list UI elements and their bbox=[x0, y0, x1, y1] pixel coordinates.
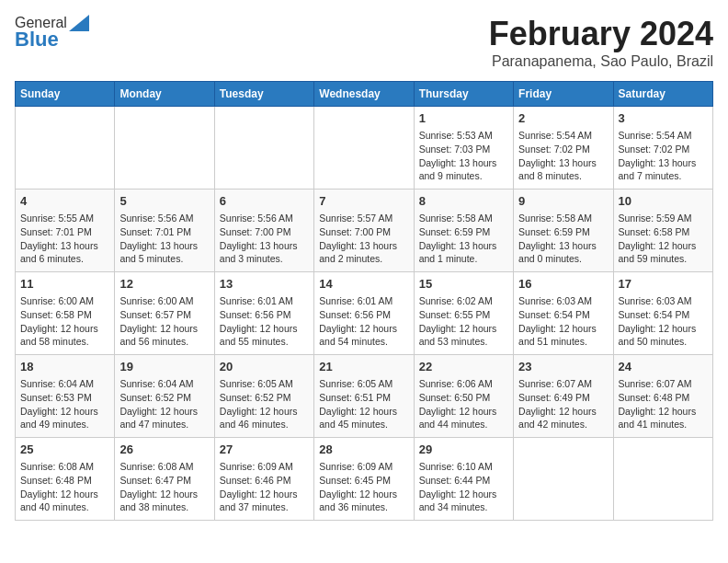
day-number: 18 bbox=[20, 359, 109, 375]
page-subtitle: Paranapanema, Sao Paulo, Brazil bbox=[489, 53, 713, 70]
calendar-day-cell bbox=[16, 107, 115, 190]
weekday-header: Monday bbox=[115, 82, 214, 107]
calendar-day-cell: 8Sunrise: 5:58 AM Sunset: 6:59 PM Daylig… bbox=[414, 190, 513, 272]
calendar-day-cell: 7Sunrise: 5:57 AM Sunset: 7:00 PM Daylig… bbox=[314, 190, 414, 272]
day-detail: Sunrise: 5:55 AM Sunset: 7:01 PM Dayligh… bbox=[20, 212, 109, 266]
day-number: 25 bbox=[20, 442, 109, 458]
calendar-day-cell: 29Sunrise: 6:10 AM Sunset: 6:44 PM Dayli… bbox=[414, 438, 513, 521]
logo-icon bbox=[69, 15, 89, 31]
calendar-day-cell: 17Sunrise: 6:03 AM Sunset: 6:54 PM Dayli… bbox=[613, 272, 712, 355]
day-number: 24 bbox=[619, 359, 708, 375]
weekday-header: Friday bbox=[514, 82, 613, 107]
calendar-day-cell: 10Sunrise: 5:59 AM Sunset: 6:58 PM Dayli… bbox=[613, 190, 712, 272]
calendar-day-cell: 23Sunrise: 6:07 AM Sunset: 6:49 PM Dayli… bbox=[514, 355, 613, 438]
calendar-day-cell bbox=[115, 107, 214, 190]
day-number: 15 bbox=[419, 276, 508, 293]
calendar-day-cell bbox=[314, 107, 414, 190]
day-number: 26 bbox=[119, 442, 209, 458]
calendar-day-cell: 2Sunrise: 5:54 AM Sunset: 7:02 PM Daylig… bbox=[514, 107, 613, 190]
calendar-day-cell: 1Sunrise: 5:53 AM Sunset: 7:03 PM Daylig… bbox=[414, 107, 513, 190]
day-number: 4 bbox=[20, 193, 109, 210]
calendar-day-cell: 25Sunrise: 6:08 AM Sunset: 6:48 PM Dayli… bbox=[16, 438, 115, 521]
day-detail: Sunrise: 5:56 AM Sunset: 7:00 PM Dayligh… bbox=[220, 212, 309, 266]
day-detail: Sunrise: 5:57 AM Sunset: 7:00 PM Dayligh… bbox=[319, 212, 408, 266]
day-detail: Sunrise: 6:05 AM Sunset: 6:52 PM Dayligh… bbox=[220, 377, 309, 431]
day-detail: Sunrise: 6:05 AM Sunset: 6:51 PM Dayligh… bbox=[319, 377, 408, 431]
calendar-day-cell: 21Sunrise: 6:05 AM Sunset: 6:51 PM Dayli… bbox=[314, 355, 414, 438]
day-number: 14 bbox=[319, 276, 408, 293]
calendar-day-cell: 13Sunrise: 6:01 AM Sunset: 6:56 PM Dayli… bbox=[214, 272, 313, 355]
calendar-week-row: 4Sunrise: 5:55 AM Sunset: 7:01 PM Daylig… bbox=[16, 190, 713, 272]
day-number: 28 bbox=[319, 442, 408, 458]
calendar-day-cell: 4Sunrise: 5:55 AM Sunset: 7:01 PM Daylig… bbox=[16, 190, 115, 272]
day-detail: Sunrise: 5:59 AM Sunset: 6:58 PM Dayligh… bbox=[619, 212, 708, 266]
day-number: 2 bbox=[518, 110, 608, 127]
weekday-header: Sunday bbox=[16, 82, 115, 107]
day-number: 19 bbox=[119, 359, 209, 375]
day-detail: Sunrise: 6:00 AM Sunset: 6:58 PM Dayligh… bbox=[20, 294, 109, 349]
calendar-day-cell bbox=[613, 438, 712, 521]
day-detail: Sunrise: 6:03 AM Sunset: 6:54 PM Dayligh… bbox=[518, 294, 608, 349]
day-number: 6 bbox=[220, 193, 309, 210]
day-detail: Sunrise: 6:08 AM Sunset: 6:48 PM Dayligh… bbox=[20, 460, 109, 514]
header-row: SundayMondayTuesdayWednesdayThursdayFrid… bbox=[16, 82, 713, 107]
weekday-header: Thursday bbox=[414, 82, 513, 107]
day-detail: Sunrise: 5:54 AM Sunset: 7:02 PM Dayligh… bbox=[619, 129, 708, 183]
day-number: 16 bbox=[518, 276, 608, 293]
day-number: 17 bbox=[619, 276, 708, 293]
page-header: General Blue February 2024 Paranapanema,… bbox=[15, 15, 713, 70]
weekday-header: Wednesday bbox=[314, 82, 414, 107]
calendar-day-cell: 6Sunrise: 5:56 AM Sunset: 7:00 PM Daylig… bbox=[214, 190, 313, 272]
day-number: 21 bbox=[319, 359, 408, 375]
calendar-day-cell: 20Sunrise: 6:05 AM Sunset: 6:52 PM Dayli… bbox=[214, 355, 313, 438]
title-block: February 2024 Paranapanema, Sao Paulo, B… bbox=[489, 15, 713, 70]
day-detail: Sunrise: 6:01 AM Sunset: 6:56 PM Dayligh… bbox=[319, 294, 408, 349]
day-detail: Sunrise: 5:56 AM Sunset: 7:01 PM Dayligh… bbox=[119, 212, 209, 266]
day-number: 20 bbox=[220, 359, 309, 375]
day-detail: Sunrise: 5:58 AM Sunset: 6:59 PM Dayligh… bbox=[518, 212, 608, 266]
calendar-day-cell bbox=[214, 107, 313, 190]
calendar-week-row: 11Sunrise: 6:00 AM Sunset: 6:58 PM Dayli… bbox=[16, 272, 713, 355]
calendar-day-cell: 3Sunrise: 5:54 AM Sunset: 7:02 PM Daylig… bbox=[613, 107, 712, 190]
day-detail: Sunrise: 5:58 AM Sunset: 6:59 PM Dayligh… bbox=[419, 212, 508, 266]
day-detail: Sunrise: 6:07 AM Sunset: 6:48 PM Dayligh… bbox=[619, 377, 708, 431]
day-detail: Sunrise: 6:09 AM Sunset: 6:45 PM Dayligh… bbox=[319, 460, 408, 514]
page-title: February 2024 bbox=[489, 15, 713, 53]
calendar-day-cell: 9Sunrise: 5:58 AM Sunset: 6:59 PM Daylig… bbox=[514, 190, 613, 272]
calendar-day-cell: 11Sunrise: 6:00 AM Sunset: 6:58 PM Dayli… bbox=[16, 272, 115, 355]
day-number: 22 bbox=[419, 359, 508, 375]
day-number: 10 bbox=[619, 193, 708, 210]
calendar-day-cell: 12Sunrise: 6:00 AM Sunset: 6:57 PM Dayli… bbox=[115, 272, 214, 355]
weekday-header: Tuesday bbox=[214, 82, 313, 107]
svg-marker-0 bbox=[69, 15, 89, 31]
calendar-day-cell: 5Sunrise: 5:56 AM Sunset: 7:01 PM Daylig… bbox=[115, 190, 214, 272]
calendar-day-cell: 27Sunrise: 6:09 AM Sunset: 6:46 PM Dayli… bbox=[214, 438, 313, 521]
day-detail: Sunrise: 6:07 AM Sunset: 6:49 PM Dayligh… bbox=[518, 377, 608, 431]
day-number: 27 bbox=[220, 442, 309, 458]
day-detail: Sunrise: 6:08 AM Sunset: 6:47 PM Dayligh… bbox=[119, 460, 209, 514]
day-detail: Sunrise: 5:53 AM Sunset: 7:03 PM Dayligh… bbox=[419, 129, 508, 183]
calendar-day-cell: 18Sunrise: 6:04 AM Sunset: 6:53 PM Dayli… bbox=[16, 355, 115, 438]
calendar-week-row: 1Sunrise: 5:53 AM Sunset: 7:03 PM Daylig… bbox=[16, 107, 713, 190]
calendar-day-cell: 22Sunrise: 6:06 AM Sunset: 6:50 PM Dayli… bbox=[414, 355, 513, 438]
day-number: 8 bbox=[419, 193, 508, 210]
day-number: 5 bbox=[119, 193, 209, 210]
calendar-day-cell bbox=[514, 438, 613, 521]
calendar-day-cell: 26Sunrise: 6:08 AM Sunset: 6:47 PM Dayli… bbox=[115, 438, 214, 521]
calendar-week-row: 18Sunrise: 6:04 AM Sunset: 6:53 PM Dayli… bbox=[16, 355, 713, 438]
day-number: 9 bbox=[518, 193, 608, 210]
day-detail: Sunrise: 6:04 AM Sunset: 6:52 PM Dayligh… bbox=[119, 377, 209, 431]
day-number: 29 bbox=[419, 442, 508, 458]
calendar-day-cell: 15Sunrise: 6:02 AM Sunset: 6:55 PM Dayli… bbox=[414, 272, 513, 355]
calendar-day-cell: 24Sunrise: 6:07 AM Sunset: 6:48 PM Dayli… bbox=[613, 355, 712, 438]
day-number: 12 bbox=[119, 276, 209, 293]
calendar-day-cell: 28Sunrise: 6:09 AM Sunset: 6:45 PM Dayli… bbox=[314, 438, 414, 521]
day-detail: Sunrise: 6:06 AM Sunset: 6:50 PM Dayligh… bbox=[419, 377, 508, 431]
logo-blue-text: Blue bbox=[15, 28, 59, 52]
day-number: 23 bbox=[518, 359, 608, 375]
logo: General Blue bbox=[15, 15, 89, 52]
day-detail: Sunrise: 6:10 AM Sunset: 6:44 PM Dayligh… bbox=[419, 460, 508, 514]
day-detail: Sunrise: 6:03 AM Sunset: 6:54 PM Dayligh… bbox=[619, 294, 708, 349]
weekday-header: Saturday bbox=[613, 82, 712, 107]
day-detail: Sunrise: 5:54 AM Sunset: 7:02 PM Dayligh… bbox=[518, 129, 608, 183]
